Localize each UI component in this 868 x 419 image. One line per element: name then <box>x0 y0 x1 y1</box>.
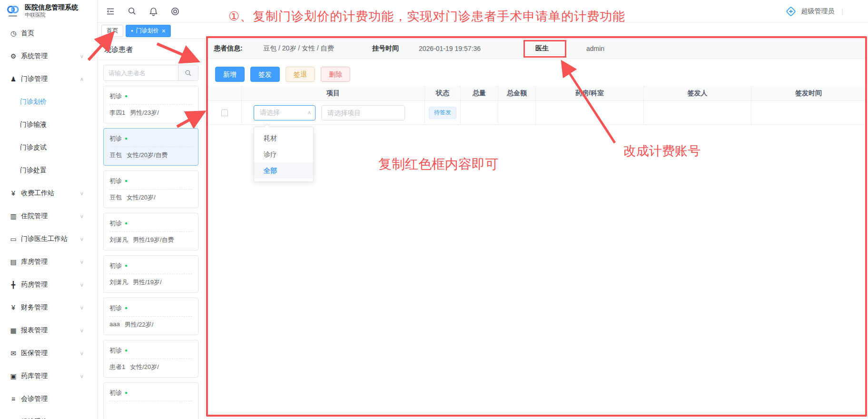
patient-card[interactable]: 初诊 ● aaa 男性/22岁/ <box>103 298 198 335</box>
sidebar-item-warehouse-management[interactable]: ▤ 库房管理 ∨ <box>0 250 97 273</box>
menu-fold-icon[interactable] <box>106 7 115 16</box>
table-row: 请选择 ∧ 待签发 <box>208 101 866 125</box>
sidebar-subitem-outpatient-disposal[interactable]: 门诊处置 <box>0 159 97 182</box>
sidebar-item-inpatient-management[interactable]: ▥ 住院管理 ∨ <box>0 205 97 228</box>
dropdown-option-all[interactable]: 全部 <box>254 162 313 179</box>
sign-out-button[interactable]: 签退 <box>286 67 315 82</box>
logo: 医院信息管理系统 中联医院 <box>0 0 97 22</box>
dropdown-option-consumables[interactable]: 耗材 <box>254 130 313 146</box>
inpatient-icon: ▥ <box>10 212 17 220</box>
patient-name: 刘潇凡 <box>109 278 128 287</box>
card-divider <box>109 231 192 232</box>
chevron-up-icon: ∧ <box>307 110 311 116</box>
tab-close-icon[interactable]: × <box>162 28 166 34</box>
sidebar-subitem-outpatient-infusion[interactable]: 门诊输液 <box>0 113 97 136</box>
tab-outpatient-pricing[interactable]: ● 门诊划价 × <box>126 25 171 37</box>
patient-meta: 男性/19岁/ <box>133 278 162 287</box>
row-checkbox[interactable] <box>221 110 228 116</box>
sidebar-item-outpatient-management[interactable]: ♟ 门诊管理 ∧ <box>0 68 97 90</box>
billing-table: 项目 状态 总量 总金额 药房/科室 签发人 签发时间 请选择 ∧ 待签发 <box>208 86 866 125</box>
patient-card[interactable]: 初诊 ● 李四1 男性/23岁/ <box>103 86 198 123</box>
patient-search-button[interactable] <box>178 65 198 80</box>
status-dot-icon: ● <box>125 348 128 353</box>
sidebar-item-maintain-system[interactable]: ▭ 维护系统 <box>0 410 97 419</box>
patient-meta: 女性/20岁/ <box>130 363 159 371</box>
patient-list: 初诊 ● 李四1 男性/23岁/ 初诊 ● 豆包 女性/20岁/自费 <box>98 86 204 419</box>
sidebar-item-fee-workstation[interactable]: ¥ 收费工作站 ∨ <box>0 182 97 205</box>
patient-meta: 男性/22岁/ <box>125 320 154 329</box>
hospital-logo-icon <box>5 5 21 18</box>
toolbar: 新增 签发 签退 删除 <box>215 67 350 82</box>
drugstore-icon: ▣ <box>10 372 17 380</box>
item-type-select[interactable]: 请选择 ∧ <box>254 105 316 120</box>
registration-time-value: 2026-01-19 19:57:36 <box>419 45 481 52</box>
visit-type-label: 初诊 <box>109 389 122 397</box>
user-role-icon <box>785 6 797 17</box>
header-status: 状态 <box>425 86 461 100</box>
patient-search-group <box>103 65 198 81</box>
visit-type-label: 初诊 <box>109 261 122 270</box>
add-button[interactable]: 新增 <box>215 67 245 82</box>
sidebar-item-consultation-management[interactable]: ≡ 会诊管理 <box>0 388 97 410</box>
chevron-down-icon: ∨ <box>80 236 84 242</box>
header-total-amount: 总金额 <box>498 86 536 100</box>
sidebar-subitem-outpatient-pricing[interactable]: 门诊划价 <box>0 90 97 113</box>
sidebar-menu: ◷ 首页 ⚙ 系统管理 ∨ ♟ 门诊管理 ∧ 门诊划价 门诊输液 门诊皮试 <box>0 22 97 419</box>
item-search-input[interactable] <box>321 105 405 120</box>
user-area[interactable]: 超级管理员 | <box>785 6 843 17</box>
dashboard-icon: ◷ <box>10 30 17 37</box>
search-icon[interactable] <box>128 7 137 16</box>
chevron-down-icon: ∨ <box>80 282 84 288</box>
fee-icon: ¥ <box>10 190 17 197</box>
delete-button[interactable]: 删除 <box>321 67 350 82</box>
status-dot-icon: ● <box>125 221 128 226</box>
hospital-name: 中联医院 <box>25 11 78 19</box>
card-divider <box>109 189 192 190</box>
patient-name: aaa <box>109 320 120 329</box>
card-divider <box>109 359 192 359</box>
hospital-management-app: 医院信息管理系统 中联医院 ◷ 首页 ⚙ 系统管理 ∨ ♟ 门诊管理 ∧ 门诊划… <box>0 0 868 419</box>
visit-type-label: 初诊 <box>109 219 122 228</box>
patient-name: 患者1 <box>109 363 125 371</box>
search-icon <box>185 70 192 77</box>
sidebar-item-drugstore-management[interactable]: ▣ 药库管理 ∨ <box>0 365 97 388</box>
dropdown-option-treatment[interactable]: 诊疗 <box>254 146 313 162</box>
sidebar-item-insurance-management[interactable]: ✉ 医保管理 ∨ <box>0 342 97 365</box>
report-icon: ▦ <box>10 327 17 334</box>
sidebar-subitem-outpatient-skin-test[interactable]: 门诊皮试 <box>0 136 97 159</box>
bell-icon[interactable] <box>149 7 158 16</box>
patient-card[interactable]: 初诊 ● 豆包 女性/20岁/ <box>103 170 198 208</box>
status-badge: 待签发 <box>429 107 456 119</box>
card-divider <box>109 104 192 105</box>
visit-type-label: 初诊 <box>109 304 122 312</box>
card-divider <box>109 274 192 274</box>
patient-card[interactable]: 初诊 ● 刘潇凡 男性/19岁/自费 <box>103 213 198 250</box>
table-header: 项目 状态 总量 总金额 药房/科室 签发人 签发时间 <box>208 86 866 101</box>
patient-card-selected[interactable]: 初诊 ● 豆包 女性/20岁/自费 <box>103 128 198 166</box>
settings-circle-icon[interactable] <box>170 7 180 16</box>
cell-issue-time <box>751 101 866 124</box>
sign-issue-button[interactable]: 签发 <box>250 67 280 82</box>
patient-card[interactable]: 初诊 ● 刘潇凡 男性/19岁/ <box>103 255 198 293</box>
user-role-label: 超级管理员 <box>801 7 834 16</box>
sidebar-item-report-management[interactable]: ▦ 报表管理 ∨ <box>0 319 97 342</box>
sidebar-item-pharmacy-management[interactable]: ╋ 药房管理 ∨ <box>0 273 97 296</box>
patient-name: 李四1 <box>109 109 125 117</box>
chevron-down-icon: ∨ <box>80 328 84 334</box>
tabs-bar: 首页 ● 门诊划价 × <box>98 23 868 39</box>
patient-card[interactable]: 初诊 ● <box>103 382 198 419</box>
status-dot-icon: ● <box>125 179 128 183</box>
cell-pharmacy-dept <box>536 101 644 124</box>
tab-home[interactable]: 首页 <box>101 25 123 37</box>
sidebar-item-outpatient-doctor-workstation[interactable]: ▭ 门诊医生工作站 ∨ <box>0 228 97 250</box>
visit-type-label: 初诊 <box>109 92 122 100</box>
status-dot-icon: ● <box>125 263 128 268</box>
patient-search-input[interactable] <box>104 65 178 80</box>
patient-info-value: 豆包 / 20岁 / 女性 / 自费 <box>263 44 334 53</box>
sidebar-item-home[interactable]: ◷ 首页 <box>0 22 97 45</box>
sidebar-item-finance-management[interactable]: ¥ 财务管理 ∨ <box>0 296 97 319</box>
status-dot-icon: ● <box>125 306 128 310</box>
chevron-down-icon: ∨ <box>80 213 84 219</box>
sidebar-item-system-management[interactable]: ⚙ 系统管理 ∨ <box>0 45 97 68</box>
patient-card[interactable]: 初诊 ● 患者1 女性/20岁/ <box>103 340 198 378</box>
